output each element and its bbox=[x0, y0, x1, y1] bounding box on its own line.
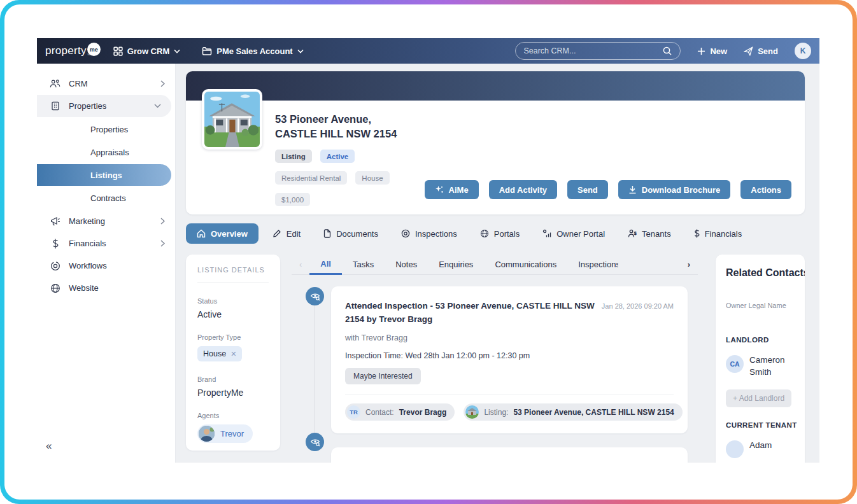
send-activity-button[interactable]: Send bbox=[567, 180, 608, 199]
section-tabs: Overview Edit Documents bbox=[186, 223, 751, 244]
category-badge: Residential Rental bbox=[275, 171, 347, 185]
scroll-right-icon[interactable]: › bbox=[680, 260, 698, 269]
sidebar-item-label: Website bbox=[69, 283, 165, 293]
gradient-frame: property me ™ Grow CRM bbox=[0, 0, 857, 504]
property-header-card: 53 Pioneer Avenue, CASTLE HILL NSW 2154 … bbox=[186, 71, 805, 214]
send-button[interactable]: Send bbox=[744, 46, 778, 56]
feed-tab-communications[interactable]: Communications bbox=[484, 255, 567, 275]
feed-body: Attended Inspection - 53 Pioneer Avenue,… bbox=[292, 275, 698, 463]
property-photo[interactable] bbox=[202, 89, 262, 150]
divider bbox=[345, 395, 674, 395]
listing-thumb bbox=[465, 405, 479, 419]
listing-pill[interactable]: Listing: 53 Pioneer Avenue, CASTLE HILL … bbox=[464, 403, 682, 421]
sidebar-subitem-contracts[interactable]: Contracts bbox=[37, 187, 175, 209]
tab-financials[interactable]: Financials bbox=[685, 223, 751, 244]
sidebar-item-label: Marketing bbox=[69, 216, 160, 226]
sidebar-subitem-listings[interactable]: Listings bbox=[37, 164, 171, 186]
pencil-icon bbox=[273, 229, 281, 238]
property-type-chip[interactable]: House ✕ bbox=[197, 346, 242, 361]
sidebar-item-financials[interactable]: Financials bbox=[37, 232, 175, 255]
svg-text:$: $ bbox=[634, 231, 637, 235]
workspace-switcher[interactable]: Grow CRM bbox=[113, 46, 180, 56]
sidebar-item-website[interactable]: Website bbox=[37, 277, 175, 299]
search-icon[interactable] bbox=[662, 46, 672, 56]
tab-owner-portal[interactable]: Owner Portal bbox=[534, 223, 614, 244]
feed-tab-tasks[interactable]: Tasks bbox=[342, 255, 385, 275]
propertyme-logo[interactable]: property me ™ bbox=[45, 44, 90, 58]
scroll-left-icon[interactable]: ‹ bbox=[292, 260, 309, 269]
sidebar-item-label: Properties bbox=[69, 101, 154, 111]
account-switcher[interactable]: PMe Sales Account bbox=[202, 46, 303, 56]
contact-pill-label: Contact: bbox=[365, 408, 394, 417]
app-screenshot: property me ™ Grow CRM bbox=[37, 38, 819, 463]
agent-chip[interactable]: Trevor bbox=[197, 424, 253, 443]
activity-title: Attended Inspection - 53 Pioneer Avenue,… bbox=[345, 460, 595, 463]
price-badge: $1,000 bbox=[275, 193, 310, 206]
add-landlord-button[interactable]: + Add Landlord bbox=[726, 389, 791, 407]
related-contacts-title: Related Contacts bbox=[726, 267, 805, 279]
sidebar-item-properties[interactable]: Properties bbox=[37, 95, 171, 117]
aime-button[interactable]: AiMe bbox=[425, 180, 479, 199]
tenant-contact[interactable]: Adam bbox=[726, 439, 805, 458]
user-avatar[interactable]: K bbox=[795, 43, 811, 59]
property-info: 53 Pioneer Avenue, CASTLE HILL NSW 2154 … bbox=[275, 112, 397, 206]
feed-tab-inspections[interactable]: Inspections bbox=[567, 255, 618, 275]
landlord-avatar: CA bbox=[726, 355, 744, 373]
chevron-down-icon bbox=[297, 49, 304, 53]
current-tenant-heading: CURRENT TENANT bbox=[726, 421, 805, 429]
tenant-avatar bbox=[726, 440, 744, 458]
building-icon bbox=[50, 101, 60, 111]
chevron-down-icon bbox=[174, 49, 180, 53]
listing-pill-name: 53 Pioneer Avenue, CASTLE HILL NSW 2154 bbox=[513, 408, 674, 417]
landlord-contact[interactable]: CA Cameron Smith bbox=[726, 354, 805, 378]
chevron-right-icon bbox=[160, 80, 165, 87]
sidebar-item-marketing[interactable]: Marketing bbox=[37, 210, 175, 232]
tab-label: Tenants bbox=[642, 229, 671, 239]
remove-chip-icon[interactable]: ✕ bbox=[230, 350, 236, 358]
tab-tenants[interactable]: $ Tenants bbox=[619, 223, 680, 244]
feed-tab-enquiries[interactable]: Enquiries bbox=[428, 255, 484, 275]
tab-portals[interactable]: Portals bbox=[471, 223, 528, 244]
actions-button[interactable]: Actions bbox=[740, 180, 791, 199]
activity-date: Jan 28, 2026 09:20 AM bbox=[602, 299, 674, 326]
tab-edit[interactable]: Edit bbox=[264, 223, 309, 244]
plus-icon bbox=[697, 47, 705, 55]
sidebar: CRM Properties Properties Appraisals bbox=[37, 64, 176, 463]
related-contacts-panel: Related Contacts Owner Legal Name LANDLO… bbox=[716, 255, 805, 463]
sidebar-item-workflows[interactable]: Workflows bbox=[37, 255, 175, 277]
agents-label: Agents bbox=[197, 412, 280, 419]
new-button[interactable]: New bbox=[697, 46, 727, 56]
search-input[interactable] bbox=[523, 46, 662, 55]
tab-label: Overview bbox=[211, 229, 248, 239]
sidebar-subitem-properties[interactable]: Properties bbox=[37, 118, 175, 140]
add-activity-button[interactable]: Add Activity bbox=[489, 180, 557, 199]
main-content: 53 Pioneer Avenue, CASTLE HILL NSW 2154 … bbox=[176, 64, 819, 463]
agent-avatar bbox=[199, 426, 215, 442]
grid-icon bbox=[113, 46, 123, 56]
activity-card[interactable]: Attended Inspection - 53 Pioneer Avenue,… bbox=[331, 286, 688, 433]
listing-type-badge: Listing bbox=[275, 150, 312, 163]
listing-pill-label: Listing: bbox=[484, 408, 508, 417]
divider bbox=[197, 283, 269, 283]
home-icon bbox=[197, 229, 206, 238]
feed-tab-notes[interactable]: Notes bbox=[385, 255, 428, 275]
workflow-target-icon bbox=[50, 261, 60, 271]
tab-inspections[interactable]: Inspections bbox=[392, 223, 466, 244]
sidebar-item-label: CRM bbox=[69, 79, 160, 88]
tab-documents[interactable]: Documents bbox=[315, 223, 387, 244]
download-brochure-button[interactable]: Download Brochure bbox=[618, 180, 731, 199]
owner-legal-name-label: Owner Legal Name bbox=[726, 302, 805, 309]
sidebar-item-crm[interactable]: CRM bbox=[37, 73, 175, 95]
globe-icon bbox=[480, 229, 489, 238]
activity-card[interactable]: Attended Inspection - 53 Pioneer Avenue,… bbox=[331, 447, 688, 463]
search-box[interactable] bbox=[515, 42, 681, 60]
feed-tab-all[interactable]: All bbox=[309, 255, 342, 275]
contact-pill[interactable]: TR Contact: Trevor Bragg bbox=[345, 403, 455, 421]
landlord-heading: LANDLORD bbox=[726, 336, 805, 344]
sidebar-collapse-button[interactable]: « bbox=[46, 440, 52, 452]
sidebar-subitem-appraisals[interactable]: Appraisals bbox=[37, 141, 175, 163]
people-icon bbox=[50, 79, 60, 88]
tab-overview[interactable]: Overview bbox=[186, 223, 259, 244]
property-type-badge: House bbox=[355, 171, 389, 185]
status-value: Active bbox=[197, 309, 280, 319]
